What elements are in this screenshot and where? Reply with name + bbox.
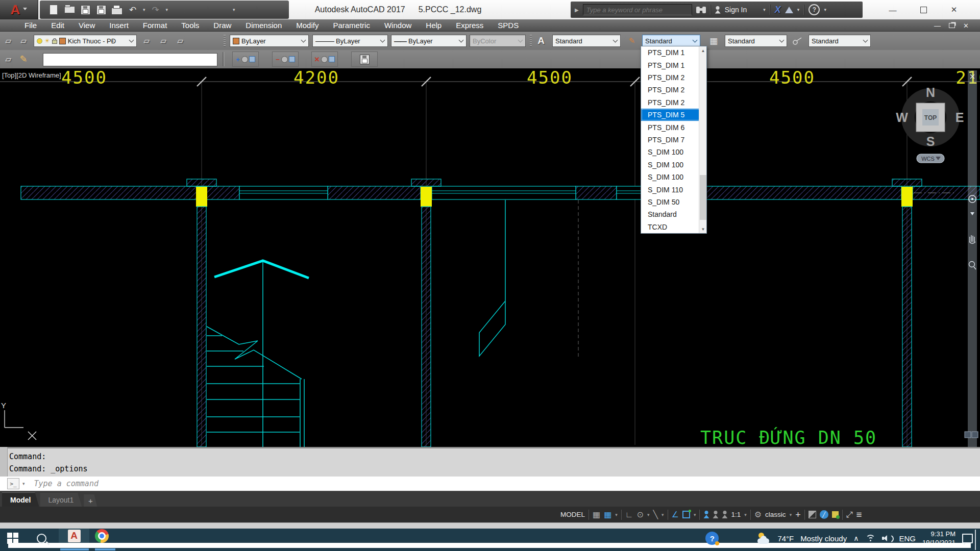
- remove-from-group-button[interactable]: −: [272, 52, 299, 67]
- viewcube[interactable]: N S W E TOP WCS: [896, 85, 964, 163]
- tray-expand-chevron[interactable]: ∧: [853, 534, 859, 542]
- autoscale-icon[interactable]: [713, 511, 718, 518]
- layer-states-button[interactable]: ▱: [139, 34, 154, 47]
- toolbar-grip[interactable]: [224, 35, 226, 47]
- viewcube-north[interactable]: N: [926, 85, 935, 99]
- search-input[interactable]: [583, 4, 692, 15]
- command-options-dropdown[interactable]: ▾: [22, 481, 25, 486]
- dropdown-scrollbar[interactable]: ▲ ▼: [699, 46, 706, 233]
- object-snap-tracking-icon[interactable]: ∠: [672, 511, 679, 519]
- doc-restore-button[interactable]: [949, 23, 955, 28]
- scale-dropdown[interactable]: ▾: [744, 512, 747, 517]
- new-layout-button[interactable]: +: [84, 494, 97, 507]
- language-indicator[interactable]: ENG: [899, 534, 916, 543]
- clean-screen-icon[interactable]: ⤢: [846, 511, 853, 519]
- scroll-up-button[interactable]: ▲: [699, 46, 707, 55]
- search-binoculars-icon[interactable]: [696, 7, 706, 13]
- annotation-visibility-icon[interactable]: [703, 511, 709, 518]
- layer-lock-icon[interactable]: [52, 40, 57, 44]
- viewcube-top-label[interactable]: TOP: [924, 114, 937, 121]
- volume-icon[interactable]: [882, 535, 892, 542]
- workspace-value[interactable]: classic: [765, 511, 786, 518]
- dim-style-combo[interactable]: Standard: [642, 35, 700, 47]
- a360-icon[interactable]: [785, 7, 793, 13]
- dropdown-item[interactable]: S_DIM 110: [641, 183, 706, 195]
- scroll-down-button[interactable]: ▼: [699, 225, 707, 233]
- new-drawing-button[interactable]: [48, 4, 59, 15]
- tab-layout1[interactable]: Layout1: [40, 493, 82, 507]
- group-name-input[interactable]: [43, 53, 217, 66]
- a360-dropdown[interactable]: ▾: [797, 7, 800, 12]
- show-desktop-button[interactable]: [975, 530, 976, 550]
- taskbar-search-button[interactable]: [37, 532, 46, 545]
- model-space-indicator[interactable]: MODEL: [560, 511, 585, 518]
- customization-menu-icon[interactable]: ≡: [856, 510, 862, 519]
- layer-color-swatch[interactable]: [59, 38, 66, 44]
- exchange-apps-icon[interactable]: X: [775, 5, 781, 15]
- ortho-mode-icon[interactable]: ∟: [625, 511, 633, 519]
- scrollbar-thumb[interactable]: [700, 175, 706, 220]
- doc-minimize-button[interactable]: —: [934, 22, 941, 30]
- chevron-down-icon[interactable]: [863, 38, 868, 43]
- undo-dropdown[interactable]: ▾: [143, 7, 145, 12]
- left-dock-toolbar-button[interactable]: ▱: [1, 34, 15, 47]
- layer-thaw-icon[interactable]: ☀: [44, 37, 50, 44]
- snap-grid-icon[interactable]: ▦: [604, 511, 611, 519]
- plot-button[interactable]: [111, 4, 122, 15]
- minimize-button[interactable]: —: [883, 3, 902, 16]
- wifi-icon[interactable]: [865, 535, 875, 542]
- move-pan-plus-icon[interactable]: +: [795, 510, 801, 519]
- menu-view[interactable]: View: [71, 19, 102, 32]
- chevron-down-icon[interactable]: [129, 38, 134, 43]
- color-combo[interactable]: ByLayer: [230, 35, 309, 47]
- object-snap-icon[interactable]: [682, 511, 690, 518]
- polar-tracking-icon[interactable]: ⊙: [636, 511, 643, 519]
- menu-help[interactable]: Help: [419, 19, 449, 32]
- taskbar-autocad-button[interactable]: A: [59, 529, 89, 543]
- redo-button[interactable]: ↷: [150, 4, 161, 15]
- menu-window[interactable]: Window: [377, 19, 419, 32]
- dropdown-item-selected[interactable]: PTS_DIM 5: [641, 109, 706, 121]
- navigation-bar[interactable]: [965, 70, 978, 447]
- chevron-down-icon[interactable]: [613, 38, 618, 43]
- command-history[interactable]: Command: Command: _options: [0, 447, 980, 477]
- annotation-scale-icon[interactable]: [722, 511, 727, 518]
- dropdown-item[interactable]: PTS_DIM 2: [641, 84, 706, 96]
- weather-label[interactable]: Mostly cloudy: [800, 534, 847, 543]
- dropdown-item[interactable]: S_DIM 100: [641, 171, 706, 183]
- weather-icon[interactable]: [756, 533, 771, 544]
- chevron-down-icon[interactable]: [693, 38, 698, 43]
- annotation-monitor-icon[interactable]: [808, 511, 816, 518]
- clock[interactable]: 9:31 PM 19/10/2021: [922, 530, 955, 547]
- dropdown-item[interactable]: PTS_DIM 2: [641, 71, 706, 84]
- dropdown-item[interactable]: Standard: [641, 208, 706, 220]
- workspace-dropdown[interactable]: ▾: [790, 512, 792, 517]
- help-tip-icon[interactable]: ?: [705, 532, 719, 545]
- viewcube-east[interactable]: E: [955, 110, 964, 124]
- isometric-drafting-icon[interactable]: ╲: [653, 511, 658, 519]
- dropdown-item[interactable]: PTS_DIM 1: [641, 59, 706, 71]
- mleader-style-combo[interactable]: Standard: [808, 35, 871, 47]
- menu-spds[interactable]: SPDS: [491, 19, 526, 32]
- command-input-row[interactable]: >_ ▾ Type a command: [0, 477, 980, 491]
- left-dock-toolbar-button-2[interactable]: ▱: [1, 53, 15, 66]
- layer-previous-button[interactable]: ▱: [156, 34, 170, 47]
- open-button[interactable]: [64, 4, 75, 15]
- temperature-label[interactable]: 74°F: [777, 534, 794, 543]
- restore-button[interactable]: [914, 3, 933, 16]
- menu-dimension[interactable]: Dimension: [238, 19, 289, 32]
- graphics-performance-icon[interactable]: ╱: [820, 510, 828, 519]
- tab-model[interactable]: Model: [2, 492, 39, 507]
- taskbar-chrome-button[interactable]: [95, 529, 109, 543]
- isolate-objects-icon[interactable]: [832, 511, 839, 518]
- menu-parametric[interactable]: Parametric: [326, 19, 377, 32]
- action-center-icon[interactable]: [962, 534, 973, 543]
- undo-button[interactable]: ↶: [127, 4, 138, 15]
- snap-dropdown[interactable]: ▾: [615, 512, 618, 517]
- save-button[interactable]: [80, 4, 91, 15]
- chevron-down-icon[interactable]: [459, 38, 464, 43]
- annotation-scale-value[interactable]: 1:1: [731, 511, 741, 518]
- viewcube-west[interactable]: W: [896, 110, 908, 124]
- polar-dropdown[interactable]: ▾: [647, 512, 650, 517]
- drawing-viewport[interactable]: 4500 4200 4500 4500 210 [Top][2D Wirefra…: [0, 68, 980, 447]
